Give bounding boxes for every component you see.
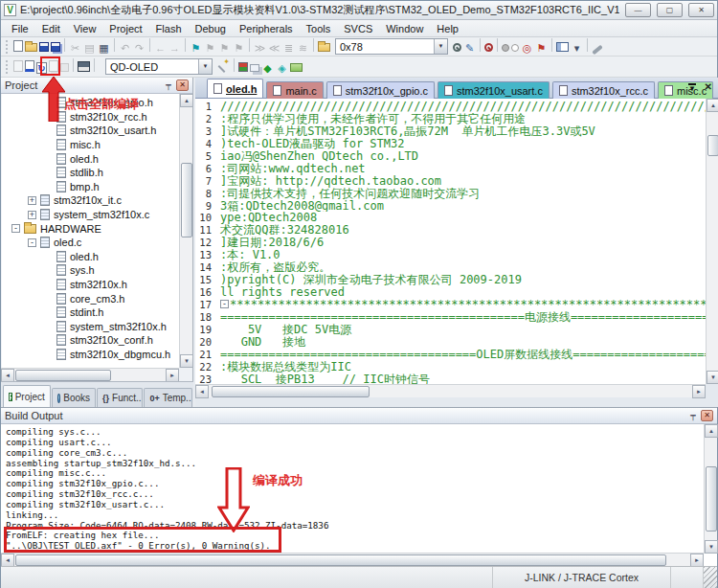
tree-item-sys-h[interactable]: sys.h	[2, 263, 179, 278]
build-vertical-scrollbar[interactable]: ▲ ▼	[704, 424, 717, 554]
scrollbar-thumb[interactable]	[706, 466, 717, 531]
menu-debug[interactable]: Debug	[189, 21, 233, 36]
new-file-icon[interactable]	[13, 40, 23, 52]
editor-horizontal-scrollbar[interactable]: ◄ ►	[195, 384, 706, 397]
tree-item-stm32f10x-dbgmcu-h[interactable]: stm32f10x_dbgmcu.h	[2, 348, 179, 362]
tree-item-stdint-h[interactable]: stdint.h	[2, 305, 179, 320]
menu-svcs[interactable]: SVCS	[337, 21, 379, 36]
scroll-down-icon[interactable]: ▼	[707, 371, 718, 384]
expander-icon[interactable]: -	[28, 238, 36, 247]
paste-icon[interactable]: ▦	[98, 41, 110, 56]
build-horizontal-scrollbar[interactable]: ◄ ►	[1, 553, 704, 566]
tree-item-stdlib-h[interactable]: stdlib.h	[2, 166, 179, 180]
panel-tab-project[interactable]: Project	[3, 385, 51, 407]
panel-close-icon[interactable]: ✕	[176, 79, 189, 91]
breakpoint-rings-icon[interactable]: ◎	[521, 41, 533, 56]
find-symbol-icon[interactable]	[484, 43, 493, 52]
editor-vertical-scrollbar[interactable]: ▲ ▼	[706, 99, 718, 384]
menu-help[interactable]: Help	[430, 21, 465, 36]
scroll-left-icon[interactable]: ◄	[1, 554, 14, 567]
manage-run-time-environment-icon[interactable]: ◈	[276, 61, 288, 76]
scroll-down-icon[interactable]: ▼	[705, 540, 718, 554]
maximize-button[interactable]: ▢	[657, 3, 683, 17]
code-editor[interactable]: 1///////////////////////////////////////…	[195, 99, 706, 384]
panel-close-icon[interactable]: ✕	[701, 410, 713, 421]
manage-project-items-icon[interactable]	[238, 62, 248, 72]
scrollbar-thumb[interactable]	[212, 386, 370, 397]
tab-list-icon[interactable]: ▼	[688, 83, 696, 93]
save-icon[interactable]	[39, 42, 49, 52]
toolbar-grip[interactable]	[6, 40, 9, 54]
scroll-up-icon[interactable]: ▲	[180, 94, 193, 107]
project-tree[interactable]: stm32f10x_gpio.hstm32f10x_rcc.hstm32f10x…	[2, 94, 179, 368]
scroll-right-icon[interactable]: ►	[166, 369, 179, 382]
select-software-packs-icon[interactable]: ◆	[261, 61, 274, 76]
menu-window[interactable]: Window	[379, 21, 430, 36]
scroll-up-icon[interactable]: ▲	[705, 424, 718, 438]
pin-icon[interactable]: ┯	[163, 80, 174, 90]
window-layout-icon[interactable]	[556, 42, 569, 52]
scroll-up-icon[interactable]: ▲	[707, 99, 718, 112]
editor-tab-stm32f10x-rcc-c[interactable]: stm32f10x_rcc.c	[552, 81, 655, 99]
options-for-target-icon[interactable]	[217, 59, 230, 72]
breakpoint-flag-icon[interactable]: ⚑	[535, 41, 548, 56]
tree-horizontal-scrollbar[interactable]: ◄ ►	[1, 368, 179, 381]
download-icon[interactable]	[78, 61, 90, 72]
editor-tab-stm32f10x-gpio-c[interactable]: stm32f10x_gpio.c	[326, 81, 435, 99]
fold-marker-icon[interactable]: -	[220, 300, 229, 308]
scroll-left-icon[interactable]: ◄	[1, 369, 14, 382]
tree-item-system-stm32f10x-h[interactable]: system_stm32f10x.h	[2, 320, 179, 334]
build-icon[interactable]	[25, 60, 34, 72]
debug-dot-white-icon[interactable]	[511, 44, 519, 52]
tree-item-stm32f10x-conf-h[interactable]: stm32f10x_conf.h	[2, 333, 179, 348]
find-in-files-icon[interactable]	[318, 43, 330, 52]
editor-tab-oled-h[interactable]: oled.h	[207, 79, 263, 98]
pack-installer-icon[interactable]	[290, 63, 303, 72]
resize-grip[interactable]	[704, 567, 717, 588]
tree-item-stm32f10x-usart-h[interactable]: stm32f10x_usart.h	[2, 124, 179, 138]
tree-item-system-stm32f10x-c[interactable]: +system_stm32f10x.c	[2, 208, 179, 222]
scrollbar-thumb[interactable]	[15, 554, 666, 566]
save-all-icon[interactable]	[51, 42, 60, 52]
configure-icon[interactable]	[592, 44, 603, 55]
scrollbar-thumb[interactable]	[15, 370, 111, 381]
chevron-down-icon[interactable]: ▼	[198, 59, 212, 74]
incremental-find-icon[interactable]: ✎	[463, 41, 476, 56]
layout-dropdown-icon[interactable]: ▾	[571, 41, 583, 56]
menu-project[interactable]: Project	[102, 21, 148, 36]
scroll-down-icon[interactable]: ▼	[180, 354, 193, 368]
expander-icon[interactable]: -	[11, 224, 20, 233]
toolbar-grip[interactable]	[6, 60, 9, 74]
expander-icon[interactable]: +	[28, 196, 36, 205]
address-combobox[interactable]: 0x78 ▼	[335, 38, 448, 55]
menu-flash[interactable]: Flash	[149, 21, 189, 36]
tree-item-oled-h[interactable]: oled.h	[2, 151, 179, 166]
tree-item-stm32f10x-it-c[interactable]: +stm32f10x_it.c	[2, 193, 179, 208]
scroll-left-icon[interactable]: ◄	[195, 385, 209, 398]
open-file-icon[interactable]	[25, 43, 37, 52]
tree-item-oled-c[interactable]: -oled.c	[2, 236, 179, 250]
tree-item-bmp-h[interactable]: bmp.h	[2, 180, 179, 194]
menu-tools[interactable]: Tools	[300, 21, 338, 36]
manage-books-icon[interactable]	[250, 64, 259, 72]
chevron-down-icon[interactable]: ▼	[434, 39, 447, 54]
panel-tab-temp[interactable]: 0+Temp...	[144, 388, 192, 407]
address-value[interactable]: 0x78	[336, 41, 434, 53]
tree-item-core-cm3-h[interactable]: core_cm3.h	[2, 291, 179, 305]
close-button[interactable]: ✕	[688, 3, 714, 17]
tree-item-oled-h[interactable]: oled.h	[2, 250, 179, 264]
find-icon[interactable]	[453, 43, 461, 52]
tree-item-stm32f10x-h[interactable]: stm32f10x.h	[2, 278, 179, 292]
scrollbar-thumb[interactable]	[181, 163, 192, 237]
menu-view[interactable]: View	[67, 21, 103, 36]
scroll-right-icon[interactable]: ►	[692, 385, 706, 398]
menu-peripherals[interactable]: Peripherals	[233, 21, 300, 36]
expander-icon[interactable]: +	[28, 211, 36, 219]
scroll-right-icon[interactable]: ►	[690, 554, 704, 567]
pin-icon[interactable]: ┯	[687, 411, 699, 420]
scrollbar-thumb[interactable]	[707, 135, 718, 156]
panel-tab-books[interactable]: Books	[52, 388, 96, 407]
minimize-button[interactable]: —	[625, 3, 651, 17]
tree-item-hardware[interactable]: -HARDWARE	[2, 221, 179, 236]
tree-item-misc-h[interactable]: misc.h	[2, 138, 179, 152]
